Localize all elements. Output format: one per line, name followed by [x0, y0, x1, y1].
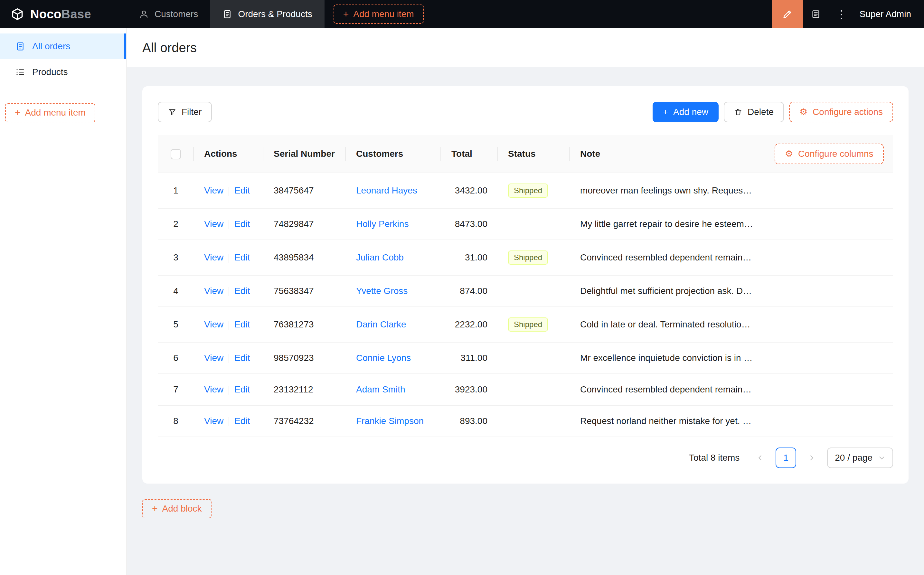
- status-tag: Shipped: [508, 318, 548, 332]
- add-new-button[interactable]: + Add new: [653, 102, 719, 122]
- customer-link[interactable]: Connie Lyons: [356, 353, 411, 363]
- view-link[interactable]: View: [204, 186, 224, 195]
- filter-button[interactable]: Filter: [158, 102, 212, 122]
- edit-link[interactable]: Edit: [234, 219, 250, 229]
- view-link[interactable]: View: [204, 253, 224, 262]
- top-navbar: NocoBase Customers Orders & Products + A…: [0, 0, 924, 28]
- page-size-value: 20 / page: [835, 453, 873, 463]
- trash-icon: [734, 108, 742, 116]
- action-divider: [229, 417, 229, 426]
- edit-link[interactable]: Edit: [234, 353, 250, 363]
- customer-link[interactable]: Leonard Hayes: [356, 186, 417, 195]
- chevron-right-icon: [808, 454, 815, 461]
- more-menu-button[interactable]: ⋮: [829, 0, 854, 28]
- column-header-status: Status: [498, 135, 570, 173]
- sidebar-add-menu-item-button[interactable]: + Add menu item: [5, 103, 95, 122]
- action-divider: [229, 386, 229, 395]
- customer-link[interactable]: Adam Smith: [356, 384, 405, 394]
- plugin-settings-button[interactable]: [803, 0, 829, 28]
- status-tag: Shipped: [508, 184, 548, 198]
- view-link[interactable]: View: [204, 353, 224, 363]
- main-area: All orders Filter +: [127, 28, 924, 575]
- navbar-add-menu-item-button[interactable]: + Add menu item: [333, 5, 424, 24]
- nav-tab-orders-products[interactable]: Orders & Products: [210, 0, 324, 28]
- customer-link[interactable]: Darin Clarke: [356, 319, 406, 329]
- logo[interactable]: NocoBase: [0, 0, 127, 28]
- configure-columns-button[interactable]: ⚙ Configure columns: [775, 144, 884, 164]
- view-link[interactable]: View: [204, 219, 224, 229]
- serial-cell: 38475647: [264, 173, 346, 208]
- serial-cell: 23132112: [264, 374, 346, 405]
- chevron-down-icon: [878, 454, 885, 461]
- user-name[interactable]: Super Admin: [854, 9, 924, 19]
- ui-editor-button[interactable]: [772, 0, 803, 28]
- prev-page-button[interactable]: [750, 448, 770, 468]
- column-header-customers: Customers: [346, 135, 441, 173]
- table-row: 3 ViewEdit 43895834 Julian Cobb 31.00 Sh…: [158, 240, 893, 275]
- nav-tab-customers[interactable]: Customers: [127, 0, 210, 28]
- total-cell: 8473.00: [441, 208, 498, 240]
- row-index: 6: [158, 342, 194, 374]
- table-row: 7 ViewEdit 23132112 Adam Smith 3923.00 C…: [158, 374, 893, 405]
- view-link[interactable]: View: [204, 416, 224, 426]
- sidebar-item-label: All orders: [32, 41, 70, 51]
- edit-link[interactable]: Edit: [234, 384, 250, 394]
- next-page-button[interactable]: [801, 448, 822, 468]
- total-cell: 3923.00: [441, 374, 498, 405]
- action-divider: [229, 187, 229, 196]
- row-index: 1: [158, 173, 194, 208]
- column-header-actions: Actions: [194, 135, 264, 173]
- edit-link[interactable]: Edit: [234, 416, 250, 426]
- vertical-ellipsis-icon: ⋮: [836, 8, 847, 21]
- customer-link[interactable]: Julian Cobb: [356, 253, 404, 262]
- customer-link[interactable]: Holly Perkins: [356, 219, 408, 229]
- orders-table: Actions Serial Number Customers Total St…: [158, 135, 893, 437]
- action-divider: [229, 321, 229, 330]
- logo-text: NocoBase: [30, 7, 91, 21]
- edit-link[interactable]: Edit: [234, 186, 250, 195]
- column-header-total: Total: [441, 135, 498, 173]
- total-cell: 31.00: [441, 240, 498, 275]
- customer-link[interactable]: Yvette Gross: [356, 286, 408, 296]
- customer-link[interactable]: Frankie Simpson: [356, 416, 424, 426]
- edit-link[interactable]: Edit: [234, 286, 250, 296]
- total-cell: 311.00: [441, 342, 498, 374]
- gear-icon: ⚙: [785, 149, 793, 159]
- page-number-button[interactable]: 1: [776, 448, 796, 468]
- book-icon: [811, 9, 821, 19]
- serial-cell: 98570923: [264, 342, 346, 374]
- table-row: 1 ViewEdit 38475647 Leonard Hayes 3432.0…: [158, 173, 893, 208]
- sidebar-item-all-orders[interactable]: All orders: [0, 33, 126, 59]
- edit-link[interactable]: Edit: [234, 253, 250, 262]
- note-cell: moreover man feelings own shy. Request n…: [570, 173, 764, 208]
- action-divider: [229, 254, 229, 263]
- row-index: 7: [158, 374, 194, 405]
- view-link[interactable]: View: [204, 319, 224, 329]
- configure-actions-button[interactable]: ⚙ Configure actions: [789, 102, 893, 122]
- configure-columns-label: Configure columns: [798, 149, 873, 159]
- table-row: 2 ViewEdit 74829847 Holly Perkins 8473.0…: [158, 208, 893, 240]
- note-cell: Mr excellence inquietude conviction is i…: [570, 342, 764, 374]
- edit-link[interactable]: Edit: [234, 319, 250, 329]
- serial-cell: 43895834: [264, 240, 346, 275]
- view-link[interactable]: View: [204, 286, 224, 296]
- chevron-left-icon: [757, 454, 764, 461]
- add-block-button[interactable]: + Add block: [142, 499, 211, 518]
- add-block-label: Add block: [162, 504, 202, 514]
- page-title: All orders: [142, 41, 197, 55]
- sidebar-item-products[interactable]: Products: [0, 59, 126, 85]
- page-size-select[interactable]: 20 / page: [827, 448, 893, 468]
- table-row: 8 ViewEdit 73764232 Frankie Simpson 893.…: [158, 405, 893, 437]
- table-row: 5 ViewEdit 76381273 Darin Clarke 2232.00…: [158, 307, 893, 342]
- plus-icon: +: [15, 108, 21, 118]
- logo-text-primary: Noco: [30, 7, 62, 21]
- add-new-label: Add new: [673, 107, 708, 117]
- filter-label: Filter: [182, 107, 202, 117]
- select-all-checkbox[interactable]: [171, 149, 181, 159]
- table-toolbar: Filter + Add new Delete: [158, 102, 893, 122]
- note-cell: Cold in late or deal. Terminated resolut…: [570, 307, 764, 342]
- layout: All orders Products + Add menu item All …: [0, 28, 924, 575]
- serial-cell: 73764232: [264, 405, 346, 437]
- view-link[interactable]: View: [204, 384, 224, 394]
- delete-button[interactable]: Delete: [724, 102, 784, 122]
